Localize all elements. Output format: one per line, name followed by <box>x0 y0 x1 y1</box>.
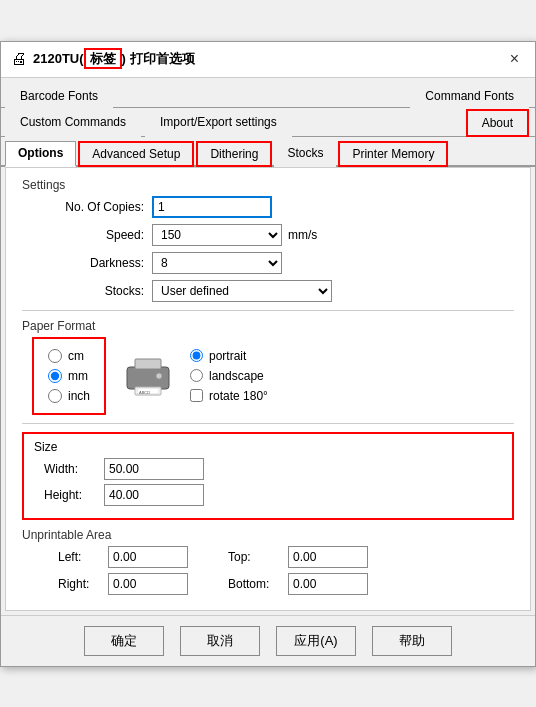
width-label: Width: <box>44 462 104 476</box>
size-label: Size <box>34 440 502 454</box>
height-row: Height: <box>34 484 502 506</box>
paper-format-area: cm mm inch <box>22 337 514 415</box>
portrait-label[interactable]: portrait <box>190 349 268 363</box>
left-label: Left: <box>58 550 108 564</box>
title-bar: 🖨 2120TU(标签) 打印首选项 × <box>1 42 535 78</box>
speed-select[interactable]: 150 100 200 <box>152 224 282 246</box>
unit-mm-radio[interactable] <box>48 369 62 383</box>
unit-cm-label[interactable]: cm <box>48 349 90 363</box>
bottom-row: Bottom: <box>208 573 368 595</box>
rotate-item: rotate 180° <box>190 389 268 403</box>
rotate-checkbox[interactable] <box>190 389 203 402</box>
copies-label: No. Of Copies: <box>42 200 152 214</box>
darkness-label: Darkness: <box>42 256 152 270</box>
svg-text:ABCD: ABCD <box>139 390 150 395</box>
copies-row: No. Of Copies: <box>22 196 514 218</box>
darkness-row: Darkness: 8 4 12 <box>22 252 514 274</box>
stocks-row: Stocks: User defined <box>22 280 514 302</box>
unit-mm-label[interactable]: mm <box>48 369 90 383</box>
printer-svg: ABCD <box>121 349 175 403</box>
svg-point-5 <box>156 373 162 379</box>
svg-rect-0 <box>127 367 169 389</box>
width-input[interactable] <box>104 458 204 480</box>
top-input[interactable] <box>288 546 368 568</box>
bottom-input[interactable] <box>288 573 368 595</box>
svg-rect-1 <box>135 359 161 369</box>
title-highlight: 标签 <box>84 48 122 69</box>
tab-row-options: Options Advanced Setup Dithering Stocks … <box>1 137 535 167</box>
portrait-radio[interactable] <box>190 349 203 362</box>
left-row: Left: <box>38 546 188 568</box>
width-row: Width: <box>34 458 502 480</box>
settings-divider <box>22 310 514 311</box>
landscape-text: landscape <box>209 369 264 383</box>
right-label: Right: <box>58 577 108 591</box>
darkness-select[interactable]: 8 4 12 <box>152 252 282 274</box>
close-button[interactable]: × <box>504 48 525 70</box>
tab-custom-commands[interactable]: Custom Commands <box>5 109 141 137</box>
tab-row-top: Barcode Fonts Command Fonts <box>1 78 535 108</box>
speed-row: Speed: 150 100 200 mm/s <box>22 224 514 246</box>
height-label: Height: <box>44 488 104 502</box>
tab-about[interactable]: About <box>466 109 529 137</box>
tab-row-second: Custom Commands Import/Export settings A… <box>1 108 535 137</box>
apply-button[interactable]: 应用(A) <box>276 626 356 656</box>
stocks-field-label: Stocks: <box>42 284 152 298</box>
unit-cm-radio[interactable] <box>48 349 62 363</box>
tab-printer-memory[interactable]: Printer Memory <box>338 141 448 167</box>
paper-format-label: Paper Format <box>22 319 514 333</box>
format-divider <box>22 423 514 424</box>
tab-stocks[interactable]: Stocks <box>274 141 336 167</box>
top-row: Top: <box>208 546 368 568</box>
settings-section: Settings No. Of Copies: Speed: 150 100 2… <box>22 178 514 302</box>
stocks-select[interactable]: User defined <box>152 280 332 302</box>
tab-barcode-fonts[interactable]: Barcode Fonts <box>5 83 113 108</box>
unit-mm-text: mm <box>68 369 88 383</box>
speed-unit: mm/s <box>288 228 317 242</box>
ok-button[interactable]: 确定 <box>84 626 164 656</box>
main-content: Settings No. Of Copies: Speed: 150 100 2… <box>5 167 531 611</box>
unit-inch-label[interactable]: inch <box>48 389 90 403</box>
title-suffix: ) 打印首选项 <box>122 51 195 66</box>
settings-label: Settings <box>22 178 514 192</box>
unprintable-section: Unprintable Area Left: Right: Top: <box>22 528 514 600</box>
tab-advanced-setup[interactable]: Advanced Setup <box>78 141 194 167</box>
unit-cm-text: cm <box>68 349 84 363</box>
unprintable-left-col: Left: Right: <box>38 546 188 600</box>
rotate-label: rotate 180° <box>209 389 268 403</box>
cancel-button[interactable]: 取消 <box>180 626 260 656</box>
left-input[interactable] <box>108 546 188 568</box>
printer-icon: 🖨 <box>11 50 27 68</box>
tab-options[interactable]: Options <box>5 141 76 167</box>
right-input[interactable] <box>108 573 188 595</box>
main-window: 🖨 2120TU(标签) 打印首选项 × Barcode Fonts Comma… <box>0 41 536 667</box>
bottom-label: Bottom: <box>228 577 288 591</box>
right-row: Right: <box>38 573 188 595</box>
bottom-bar: 确定 取消 应用(A) 帮助 <box>1 615 535 666</box>
orientation-group: portrait landscape rotate 180° <box>190 349 268 403</box>
unit-radio-group: cm mm inch <box>32 337 106 415</box>
unit-inch-text: inch <box>68 389 90 403</box>
size-section: Size Width: Height: <box>22 432 514 520</box>
top-label: Top: <box>228 550 288 564</box>
title-prefix: 2120TU( <box>33 51 84 66</box>
portrait-text: portrait <box>209 349 246 363</box>
unprintable-right-col: Top: Bottom: <box>208 546 368 600</box>
printer-graphic: ABCD <box>116 344 180 408</box>
tab-dithering[interactable]: Dithering <box>196 141 272 167</box>
title-bar-left: 🖨 2120TU(标签) 打印首选项 <box>11 50 195 68</box>
unit-inch-radio[interactable] <box>48 389 62 403</box>
landscape-radio[interactable] <box>190 369 203 382</box>
landscape-label[interactable]: landscape <box>190 369 268 383</box>
unprintable-label: Unprintable Area <box>22 528 514 542</box>
speed-label: Speed: <box>42 228 152 242</box>
tab-command-fonts[interactable]: Command Fonts <box>410 83 529 108</box>
window-title: 2120TU(标签) 打印首选项 <box>33 50 195 68</box>
tab-import-export[interactable]: Import/Export settings <box>145 109 292 137</box>
copies-input[interactable] <box>152 196 272 218</box>
height-input[interactable] <box>104 484 204 506</box>
help-button[interactable]: 帮助 <box>372 626 452 656</box>
